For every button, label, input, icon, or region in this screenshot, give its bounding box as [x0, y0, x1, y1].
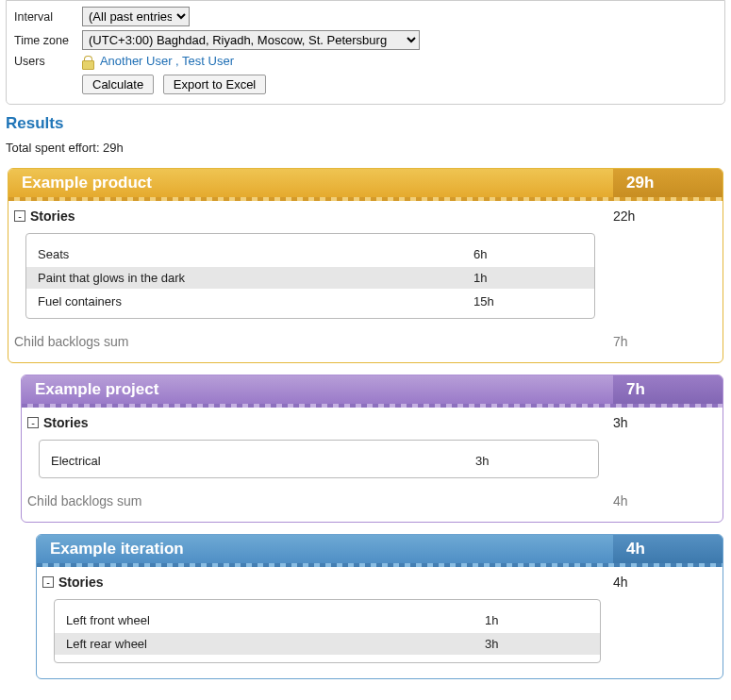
- collapse-toggle[interactable]: -: [42, 576, 54, 588]
- backlog-iteration: Example iteration 4h - Stories 4h Left f…: [36, 534, 723, 679]
- stories-hours: 3h: [613, 415, 717, 430]
- interval-label: Interval: [14, 10, 82, 24]
- stories-label: Stories: [58, 575, 103, 590]
- user-link-1[interactable]: Another User: [100, 54, 173, 68]
- user-separator: ,: [173, 54, 183, 68]
- story-name: Paint that glows in the dark: [38, 271, 473, 285]
- stories-label: Stories: [43, 415, 88, 430]
- backlog-header: Example iteration 4h: [37, 535, 723, 563]
- child-sum-label: Child backlogs sum: [14, 334, 128, 349]
- backlog-hours: 4h: [613, 535, 723, 563]
- story-hours: 1h: [485, 613, 600, 627]
- story-list: Seats 6h Paint that glows in the dark 1h…: [25, 233, 595, 319]
- timezone-select[interactable]: (UTC+3:00) Baghdad, Riyadh, Moscow, St. …: [82, 30, 420, 50]
- total-effort: Total spent effort: 29h: [6, 141, 731, 155]
- collapse-toggle[interactable]: -: [27, 417, 39, 428]
- story-row: Left front wheel 1h: [55, 609, 600, 631]
- story-hours: 1h: [473, 271, 594, 285]
- story-row: Fuel containers 15h: [26, 291, 594, 312]
- users-label: Users: [14, 55, 82, 68]
- story-hours: 3h: [485, 637, 600, 651]
- story-name: Left front wheel: [66, 613, 485, 627]
- timezone-label: Time zone: [14, 34, 82, 47]
- story-row: Seats 6h: [26, 243, 594, 265]
- backlog-title: Example iteration: [37, 540, 613, 558]
- story-hours: 15h: [473, 294, 594, 308]
- story-name: Electrical: [51, 454, 475, 468]
- backlog-project: Example project 7h - Stories 3h Electric…: [21, 375, 723, 523]
- user-link-2[interactable]: Test User: [182, 54, 234, 68]
- child-sum-hours: 4h: [613, 493, 717, 508]
- backlog-hours: 7h: [613, 375, 723, 404]
- backlog-title: Example project: [22, 380, 613, 399]
- story-list: Electrical 3h: [39, 440, 599, 478]
- story-row: Paint that glows in the dark 1h: [26, 267, 594, 289]
- calculate-button[interactable]: Calculate: [82, 75, 154, 94]
- story-hours: 6h: [473, 247, 594, 261]
- export-button[interactable]: Export to Excel: [163, 75, 266, 94]
- story-row: Electrical 3h: [40, 450, 598, 472]
- interval-select[interactable]: (All past entries): [82, 7, 190, 26]
- story-name: Fuel containers: [38, 294, 473, 308]
- story-name: Left rear wheel: [66, 637, 485, 651]
- story-name: Seats: [38, 247, 473, 261]
- backlog-hours: 29h: [613, 169, 723, 197]
- backlog-product: Example product 29h - Stories 22h Seats …: [8, 168, 723, 363]
- story-row: Left rear wheel 3h: [55, 633, 600, 655]
- stories-label: Stories: [30, 208, 75, 224]
- backlog-header: Example product 29h: [8, 169, 723, 197]
- results-heading: Results: [6, 114, 731, 133]
- backlog-title: Example product: [8, 174, 613, 192]
- lock-icon: [82, 56, 92, 69]
- collapse-toggle[interactable]: -: [14, 210, 25, 222]
- query-form: Interval (All past entries) Time zone (U…: [6, 0, 725, 105]
- story-hours: 3h: [475, 454, 598, 468]
- backlog-header: Example project 7h: [22, 375, 723, 404]
- story-list: Left front wheel 1h Left rear wheel 3h: [54, 599, 601, 663]
- stories-hours: 22h: [613, 208, 717, 224]
- child-sum-label: Child backlogs sum: [27, 493, 141, 508]
- child-sum-hours: 7h: [613, 334, 717, 349]
- stories-hours: 4h: [613, 575, 717, 590]
